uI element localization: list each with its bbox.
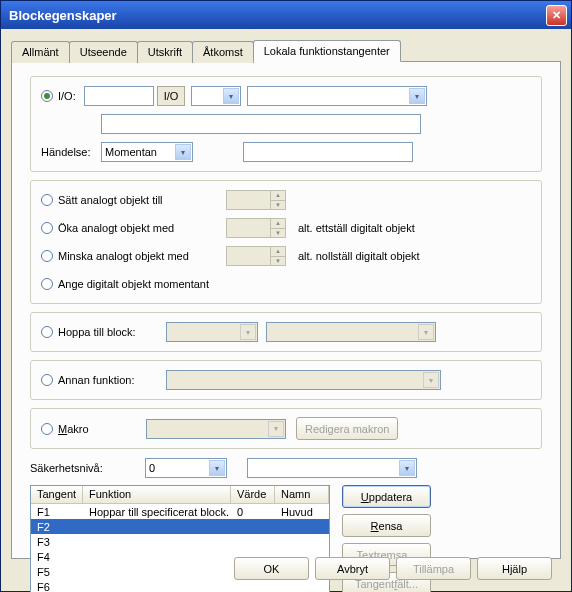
table-row[interactable]: F2: [31, 519, 329, 534]
close-button[interactable]: ✕: [546, 5, 567, 26]
tab-panel: I/O: I/O ▾ ▾ Händelse: Momentan▾ Sätt an…: [11, 61, 561, 559]
col-varde[interactable]: Värde: [231, 486, 275, 503]
event-value: Momentan: [105, 146, 157, 158]
edit-macro-button[interactable]: Redigera makron: [296, 417, 398, 440]
spinner-down-icon: ▼: [270, 201, 285, 210]
inc-analog-label: Öka analogt objekt med: [58, 222, 218, 234]
macro-radio[interactable]: [41, 423, 53, 435]
col-namn[interactable]: Namn: [275, 486, 329, 503]
analog-group: Sätt analogt objekt till ▲▼ Öka analogt …: [30, 180, 542, 304]
io-group: I/O: I/O ▾ ▾ Händelse: Momentan▾: [30, 76, 542, 172]
jump-group: Hoppa till block: ▾ ▾: [30, 312, 542, 352]
tab-strip: Allmänt Utseende Utskrift Åtkomst Lokala…: [11, 39, 561, 61]
spinner-up-icon: ▲: [270, 247, 285, 257]
spinner-up-icon: ▲: [270, 219, 285, 229]
col-funktion[interactable]: Funktion: [83, 486, 231, 503]
spinner-down-icon: ▼: [270, 257, 285, 266]
inc-analog-spinner[interactable]: ▲▼: [226, 218, 286, 238]
tab-atkomst[interactable]: Åtkomst: [192, 41, 254, 63]
io-field-long[interactable]: [101, 114, 421, 134]
security-level-label: Säkerhetsnivå:: [30, 462, 145, 474]
chevron-down-icon: ▾: [399, 460, 415, 476]
io-field-1[interactable]: [84, 86, 154, 106]
macro-label: Makro: [58, 423, 138, 435]
ok-button[interactable]: OK: [234, 557, 309, 580]
table-row[interactable]: F1Hoppar till specificerat block.0Huvud: [31, 504, 329, 519]
tab-allmant[interactable]: Allmänt: [11, 41, 70, 63]
apply-button[interactable]: Tillämpa: [396, 557, 471, 580]
chevron-down-icon: ▾: [175, 144, 191, 160]
clear-button[interactable]: Rensa: [342, 514, 431, 537]
io-combo-1[interactable]: ▾: [191, 86, 241, 106]
event-field[interactable]: [243, 142, 413, 162]
set-analog-spinner[interactable]: ▲▼: [226, 190, 286, 210]
table-row[interactable]: F3: [31, 534, 329, 549]
security-level-combo[interactable]: 0▾: [145, 458, 227, 478]
io-radio[interactable]: [41, 90, 53, 102]
cancel-button[interactable]: Avbryt: [315, 557, 390, 580]
tab-lokala-funktionstangenter[interactable]: Lokala funktionstangenter: [253, 40, 401, 62]
event-label: Händelse:: [41, 146, 101, 158]
spinner-up-icon: ▲: [270, 191, 285, 201]
chevron-down-icon: ▾: [423, 372, 439, 388]
dialog-footer: OK Avbryt Tillämpa Hjälp: [234, 557, 552, 580]
io-browse-button[interactable]: I/O: [157, 86, 186, 106]
update-button[interactable]: Uppdatera: [342, 485, 431, 508]
other-function-radio[interactable]: [41, 374, 53, 386]
chevron-down-icon: ▾: [268, 421, 284, 437]
inc-analog-radio[interactable]: [41, 222, 53, 234]
jump-combo-2[interactable]: ▾: [266, 322, 436, 342]
close-icon: ✕: [552, 9, 561, 22]
titlebar: Blockegenskaper ✕: [1, 1, 571, 29]
chevron-down-icon: ▾: [418, 324, 434, 340]
other-function-combo[interactable]: ▾: [166, 370, 441, 390]
col-tangent[interactable]: Tangent: [31, 486, 83, 503]
dialog-window: Blockegenskaper ✕ Allmänt Utseende Utskr…: [0, 0, 572, 592]
other-function-label: Annan funktion:: [58, 374, 158, 386]
chevron-down-icon: ▾: [240, 324, 256, 340]
set-analog-radio[interactable]: [41, 194, 53, 206]
chevron-down-icon: ▾: [223, 88, 239, 104]
jump-radio[interactable]: [41, 326, 53, 338]
macro-combo[interactable]: ▾: [146, 419, 286, 439]
tab-utskrift[interactable]: Utskrift: [137, 41, 193, 63]
io-combo-2[interactable]: ▾: [247, 86, 427, 106]
security-combo-2[interactable]: ▾: [247, 458, 417, 478]
alt-set-digital-label: alt. ettställ digitalt objekt: [298, 222, 415, 234]
jump-combo-1[interactable]: ▾: [166, 322, 258, 342]
dec-analog-radio[interactable]: [41, 250, 53, 262]
dec-analog-label: Minska analogt objekt med: [58, 250, 218, 262]
event-combo[interactable]: Momentan▾: [101, 142, 193, 162]
other-function-group: Annan funktion: ▾: [30, 360, 542, 400]
spinner-down-icon: ▼: [270, 229, 285, 238]
dec-analog-spinner[interactable]: ▲▼: [226, 246, 286, 266]
table-header: Tangent Funktion Värde Namn: [31, 486, 329, 504]
alt-reset-digital-label: alt. nollställ digitalt objekt: [298, 250, 420, 262]
set-digital-momentary-label: Ange digitalt objekt momentant: [58, 278, 209, 290]
window-title: Blockegenskaper: [9, 8, 546, 23]
jump-label: Hoppa till block:: [58, 326, 158, 338]
set-digital-momentary-radio[interactable]: [41, 278, 53, 290]
set-analog-label: Sätt analogt objekt till: [58, 194, 218, 206]
chevron-down-icon: ▾: [209, 460, 225, 476]
help-button[interactable]: Hjälp: [477, 557, 552, 580]
io-radio-label: I/O:: [58, 90, 76, 102]
tab-utseende[interactable]: Utseende: [69, 41, 138, 63]
macro-group: Makro ▾ Redigera makron: [30, 408, 542, 449]
table-row[interactable]: F6: [31, 579, 329, 592]
chevron-down-icon: ▾: [409, 88, 425, 104]
